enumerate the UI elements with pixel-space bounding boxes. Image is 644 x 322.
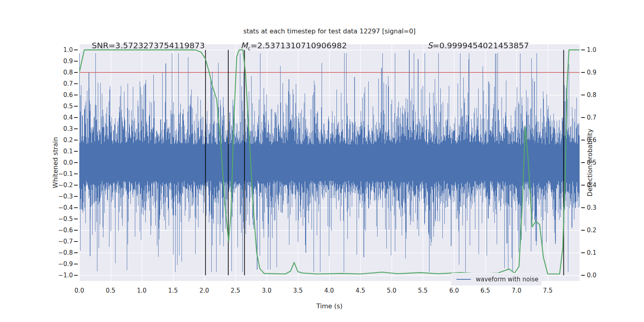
y-tick-label-left: 0.9 xyxy=(63,58,73,65)
y-tick-label-right: 0.1 xyxy=(587,249,597,256)
y-tickmark-left xyxy=(74,275,78,276)
legend-line-sample xyxy=(456,279,471,280)
y-tick-label-right: 0.7 xyxy=(587,114,597,121)
x-tick-label: 7.5 xyxy=(543,287,553,294)
y-tick-label-right: 0.0 xyxy=(587,272,597,279)
y-tickmark-left xyxy=(74,264,78,264)
y-tickmark-right xyxy=(581,207,585,208)
y-tickmark-left xyxy=(74,230,78,231)
x-tick-label: 1.0 xyxy=(137,287,147,294)
y-tickmark-left xyxy=(74,252,78,253)
x-tick-label: 7.0 xyxy=(512,287,521,294)
y-tickmark-left xyxy=(74,50,78,50)
y-tick-label-left: 0.8 xyxy=(63,69,73,76)
y-tickmark-right xyxy=(581,140,585,140)
y-tick-label-left: −1.0 xyxy=(58,272,73,279)
x-axis-label: Time (s) xyxy=(79,302,580,310)
y-tick-label-left: 0.5 xyxy=(63,103,73,110)
legend: waveform with noise xyxy=(451,273,542,286)
y-tick-label-right: 0.2 xyxy=(587,227,597,234)
y-tickmark-left xyxy=(74,196,78,197)
mc-value: =2.5371310710906982 xyxy=(250,41,347,50)
x-tick-label: 6.0 xyxy=(449,287,459,294)
y-tick-label-right: 0.8 xyxy=(587,91,597,99)
y-tick-label-right: 0.4 xyxy=(587,182,597,189)
x-tick-label: 0.0 xyxy=(74,287,84,294)
y-tick-label-right: 0.9 xyxy=(587,69,597,76)
y-tick-label-left: −0.8 xyxy=(58,249,73,256)
y-tickmark-left xyxy=(74,61,78,62)
y-tickmark-left xyxy=(74,140,78,140)
y-tick-label-left: −0.5 xyxy=(58,215,73,223)
x-tick-label: 2.0 xyxy=(199,287,209,294)
y-tickmark-left xyxy=(74,95,78,95)
s-prefix: S xyxy=(427,41,433,50)
x-tick-label: 5.0 xyxy=(387,287,396,294)
y-tick-label-right: 0.5 xyxy=(587,159,597,166)
x-tick-label: 2.5 xyxy=(231,287,240,294)
mc-prefix: M xyxy=(241,41,248,50)
y-tickmark-left xyxy=(74,83,78,84)
y-tick-label-left: 0.1 xyxy=(63,148,73,155)
x-tick-label: 3.0 xyxy=(262,287,272,294)
y-tick-label-left: −0.4 xyxy=(58,204,73,211)
y-tick-label-left: 1.0 xyxy=(63,46,73,54)
y-tickmark-left xyxy=(74,173,78,174)
y-tick-label-right: 0.6 xyxy=(587,136,597,144)
x-tick-label: 5.5 xyxy=(418,287,428,294)
y-tick-label-left: 0.6 xyxy=(63,91,73,99)
y-tick-label-left: −0.3 xyxy=(58,193,73,200)
y-tickmark-left xyxy=(74,162,78,163)
y-tickmark-right xyxy=(581,185,585,186)
y-tickmark-left xyxy=(74,106,78,107)
y-tickmark-right xyxy=(581,50,585,50)
y-tickmark-left xyxy=(74,219,78,219)
y-tickmark-right xyxy=(581,95,585,95)
y-tickmark-left xyxy=(74,117,78,118)
y-tickmark-right xyxy=(581,162,585,163)
y-tickmark-left xyxy=(74,151,78,152)
legend-label: waveform with noise xyxy=(476,276,539,283)
figure: stats at each timestep for test data 122… xyxy=(0,0,644,322)
annotation-chirp-mass: Mc=2.5371310710906982 xyxy=(241,41,347,52)
y-tickmark-right xyxy=(581,275,585,276)
s-value: =0.9999454021453857 xyxy=(433,41,529,50)
snr-value: =3.5723273754119873 xyxy=(109,41,205,50)
chart-canvas xyxy=(79,44,580,281)
y-tick-label-left: −0.9 xyxy=(58,260,73,268)
annotation-significance: S=0.9999454021453857 xyxy=(427,41,529,50)
y-tick-label-left: 0.3 xyxy=(63,125,73,132)
x-tick-label: 6.5 xyxy=(481,287,490,294)
y-tick-label-right: 1.0 xyxy=(587,46,597,54)
y-tick-label-left: −0.7 xyxy=(58,238,73,245)
y-tickmark-left xyxy=(74,72,78,73)
chart-title: stats at each timestep for test data 122… xyxy=(79,27,580,35)
x-tick-label: 4.5 xyxy=(355,287,365,294)
y-axis-label-left: Whitened strain xyxy=(52,137,59,188)
snr-prefix: SNR xyxy=(92,41,109,50)
y-tickmark-left xyxy=(74,207,78,208)
y-tick-label-left: −0.2 xyxy=(58,182,73,189)
y-tick-label-left: 0.0 xyxy=(63,159,73,166)
y-tick-label-left: −0.1 xyxy=(58,170,73,178)
annotation-snr: SNR=3.5723273754119873 xyxy=(92,41,205,50)
y-tickmark-left xyxy=(74,185,78,186)
y-tickmark-right xyxy=(581,230,585,231)
y-tick-label-left: 0.2 xyxy=(63,136,73,144)
y-tick-label-right: 0.3 xyxy=(587,204,597,211)
y-tick-label-left: −0.6 xyxy=(58,227,73,234)
y-tickmark-right xyxy=(581,117,585,118)
x-tick-label: 1.5 xyxy=(168,287,178,294)
y-tickmark-left xyxy=(74,128,78,129)
y-tick-label-left: 0.4 xyxy=(63,114,73,121)
y-tickmark-right xyxy=(581,252,585,253)
x-tick-label: 3.5 xyxy=(293,287,303,294)
y-tickmark-left xyxy=(74,241,78,242)
x-tick-label: 0.5 xyxy=(106,287,116,294)
y-tickmark-right xyxy=(581,72,585,73)
y-tick-label-left: 0.7 xyxy=(63,80,73,87)
x-tick-label: 4.0 xyxy=(324,287,334,294)
